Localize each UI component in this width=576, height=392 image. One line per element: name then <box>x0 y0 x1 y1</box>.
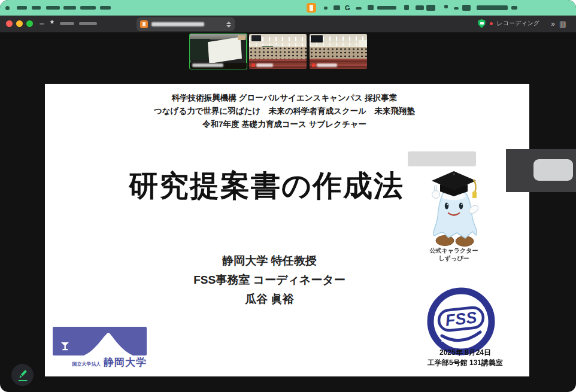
scene-projector-screen <box>208 37 242 64</box>
status-icon[interactable] <box>462 5 471 11</box>
slide-header-line: 科学技術振興機構 グローバルサイエンスキャンパス 採択事業 <box>54 93 515 104</box>
sparkle-icon[interactable]: * <box>50 18 54 28</box>
university-corporation: 国立大学法人 <box>72 361 101 367</box>
mascot-caption-line2: しずっぴー <box>407 254 501 262</box>
university-logo <box>53 327 147 355</box>
divider <box>40 23 44 25</box>
mascot-caption: 公式キャラクター しずっぴー <box>407 247 501 262</box>
clock-text[interactable] <box>477 5 508 10</box>
status-icon[interactable] <box>426 5 435 11</box>
close-button[interactable] <box>6 20 13 27</box>
recording-indicator[interactable]: レコーディング <box>497 20 539 28</box>
mascot-left-hand <box>432 186 440 199</box>
event-date: 2025年 8月24日 <box>393 348 537 358</box>
status-icon[interactable] <box>356 7 362 10</box>
menu-item[interactable] <box>32 6 41 10</box>
badge-glyph <box>310 5 313 11</box>
fss-logo: FSS <box>426 287 496 356</box>
apple-menu-icon[interactable] <box>5 6 10 10</box>
event-location: 工学部5号館 131講義室 <box>393 358 537 368</box>
tab-chevron-icon[interactable] <box>226 22 231 28</box>
mascot-caption-line1: 公式キャラクター <box>407 247 501 254</box>
video-tile-active-speaker[interactable] <box>190 34 247 69</box>
status-app-badge-icon[interactable] <box>307 3 316 13</box>
menu-item[interactable] <box>63 6 76 10</box>
muted-mic-icon <box>251 63 255 67</box>
display-icon[interactable] <box>334 5 340 10</box>
status-icon[interactable] <box>368 5 374 10</box>
document-tab[interactable] <box>137 17 235 31</box>
recording-dot-icon <box>490 22 493 25</box>
status-icon[interactable] <box>511 6 517 10</box>
scene-light <box>238 35 245 40</box>
status-icon[interactable] <box>404 5 409 10</box>
menu-item[interactable] <box>17 6 27 10</box>
menu-item[interactable] <box>46 6 60 10</box>
redacted-name-box <box>408 151 476 166</box>
scene-monitor <box>251 35 261 41</box>
screen-share-shield-icon[interactable] <box>478 19 486 28</box>
powerpoint-doc-icon <box>140 20 148 28</box>
scene-audience <box>310 47 367 59</box>
menu-bar: G <box>0 0 576 16</box>
video-tile[interactable] <box>249 34 307 69</box>
video-tile[interactable] <box>310 34 367 69</box>
overflow-icon[interactable]: » <box>551 20 555 28</box>
document-tab-title-blurred <box>151 22 204 26</box>
fullscreen-button[interactable] <box>26 20 33 27</box>
status-g-icon[interactable]: G <box>345 0 350 16</box>
menu-item[interactable] <box>100 6 111 10</box>
minimize-button[interactable] <box>16 20 23 27</box>
screen: G * レコーディング » ▥ <box>0 0 576 392</box>
scene-audience <box>249 47 307 59</box>
menu-item[interactable] <box>80 6 96 10</box>
annotate-button[interactable] <box>11 364 34 386</box>
author-role: FSS事務室 コーディネーター <box>45 272 494 288</box>
fss-logo-text: FSS <box>444 308 477 329</box>
participant-name-label <box>192 63 223 67</box>
status-text[interactable] <box>377 6 396 10</box>
side-panel-pull-tab[interactable] <box>533 159 573 181</box>
university-logo-text: 国立大学法人 静岡大学 <box>53 355 147 369</box>
presentation-slide: 科学技術振興機構 グローバルサイエンスキャンパス 採択事業 つなげる力で世界に羽… <box>45 84 529 376</box>
status-icon[interactable] <box>416 5 424 10</box>
muted-mic-icon <box>312 63 316 67</box>
status-icon[interactable] <box>444 5 448 8</box>
event-date-location: 2025年 8月24日 工学部5号館 131講義室 <box>393 348 537 368</box>
university-name: 静岡大学 <box>104 357 147 368</box>
toolbar-text <box>79 22 97 25</box>
participant-name-label <box>251 63 273 67</box>
layout-grid-icon[interactable]: ▥ <box>559 20 566 28</box>
slide-header-line: つなげる力で世界に羽ばたけ 未来の科学者育成スクール 未来飛翔塾 <box>54 106 515 117</box>
status-icon[interactable] <box>454 7 459 10</box>
mascot-character-image <box>409 166 499 247</box>
status-icon[interactable] <box>324 7 328 10</box>
toolbar-text <box>60 22 74 25</box>
window-bar-right-cluster: レコーディング » ▥ <box>478 19 566 28</box>
scene-monitor <box>311 35 323 42</box>
slide-header-line: 令和7年度 基礎力育成コース サブレクチャー <box>54 119 515 130</box>
pencil-icon <box>15 367 31 383</box>
participant-name-label <box>312 63 337 67</box>
